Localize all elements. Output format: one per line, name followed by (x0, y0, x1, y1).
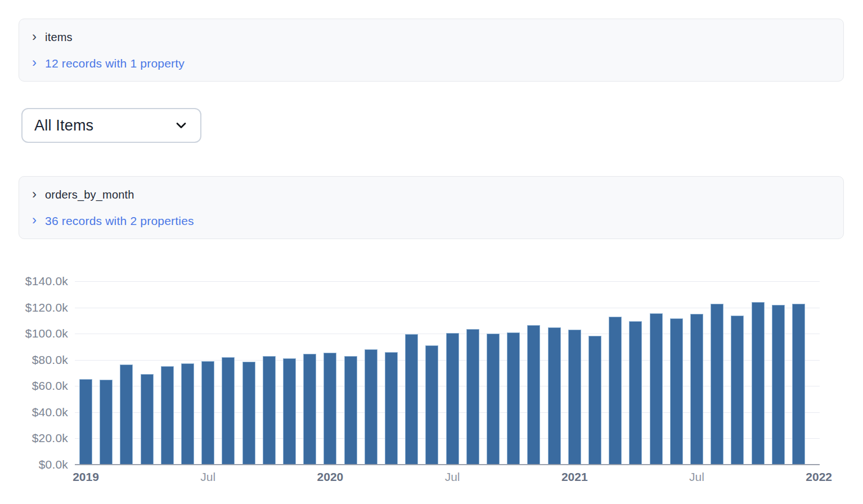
x-axis-tick-label: 2021 (541, 470, 608, 484)
bar-2021-07 (690, 314, 703, 465)
bar-2021-08 (711, 304, 723, 465)
bar-2019-10 (263, 356, 276, 465)
query-panel-items: › items › 12 records with 1 property (19, 19, 844, 82)
bar-2021-05 (650, 313, 663, 465)
bar-2019-09 (242, 362, 255, 465)
query-summary-link[interactable]: 12 records with 1 property (45, 57, 185, 70)
y-axis-tick-label: $40.0k (0, 406, 68, 419)
bar-2021-11 (772, 305, 785, 465)
bar-2021-06 (670, 318, 683, 465)
bar-2021-03 (609, 317, 622, 465)
orders-by-month-bar-chart: $0.0k$20.0k$40.0k$60.0k$80.0k$100.0k$120… (0, 274, 863, 494)
query-summary-toggle-orders-by-month[interactable]: › 36 records with 2 properties (32, 212, 194, 230)
y-axis-tick-label: $20.0k (0, 431, 68, 445)
query-panel-orders-by-month: › orders_by_month › 36 records with 2 pr… (19, 176, 844, 239)
bar-2021-09 (731, 316, 744, 465)
chevron-right-icon: › (32, 213, 37, 227)
x-axis-line (75, 464, 820, 465)
item-filter-dropdown[interactable]: All Items (21, 108, 201, 143)
bar-2020-10 (507, 332, 520, 465)
x-axis-tick-label: 2020 (296, 470, 364, 484)
y-axis-tick-label: $140.0k (0, 274, 68, 288)
bar-2019-11 (283, 358, 296, 465)
x-axis-tick-label: Jul (663, 470, 731, 484)
bar-2020-02 (344, 356, 357, 465)
query-summary-toggle-items[interactable]: › 12 records with 1 property (32, 54, 185, 73)
bar-2019-01 (79, 379, 92, 465)
bar-2021-10 (752, 302, 765, 465)
gridline (75, 281, 820, 282)
query-toggle-items[interactable]: › items (32, 28, 73, 47)
page: › items › 12 records with 1 property All… (0, 0, 863, 504)
chevron-down-icon (173, 118, 189, 133)
bar-2021-04 (629, 321, 642, 465)
bar-2019-06 (181, 363, 194, 465)
bar-2021-12 (792, 304, 805, 465)
bar-2020-07 (446, 333, 459, 465)
bar-2020-01 (323, 353, 336, 465)
y-axis-tick-label: $100.0k (0, 327, 68, 340)
bar-2020-04 (385, 352, 398, 465)
bar-2020-12 (548, 327, 561, 465)
y-axis-tick-label: $120.0k (0, 301, 68, 314)
bar-2020-09 (487, 334, 500, 465)
gridline (75, 308, 820, 308)
y-axis-tick-label: $0.0k (0, 458, 68, 471)
bar-2020-05 (405, 334, 418, 465)
bar-2019-05 (161, 366, 174, 465)
x-axis-tick-label: Jul (419, 470, 486, 484)
bar-2019-03 (120, 364, 133, 465)
chevron-right-icon: › (32, 30, 37, 43)
x-axis-tick-label: 2022 (785, 470, 853, 484)
bar-2019-02 (100, 380, 113, 465)
y-axis-tick-label: $80.0k (0, 353, 68, 367)
y-axis-tick-label: $60.0k (0, 379, 68, 393)
dropdown-selected-value: All Items (34, 117, 93, 134)
bar-2020-03 (365, 349, 377, 465)
chevron-right-icon: › (32, 187, 37, 201)
chevron-right-icon: › (32, 56, 37, 69)
bar-2020-06 (425, 345, 438, 465)
query-title: orders_by_month (45, 188, 134, 201)
bar-2019-12 (303, 354, 316, 465)
bar-2020-11 (527, 325, 540, 465)
x-axis-tick-label: Jul (174, 470, 242, 484)
x-axis-tick-label: 2019 (52, 470, 120, 484)
bar-2019-04 (141, 374, 154, 465)
query-toggle-orders-by-month[interactable]: › orders_by_month (32, 186, 134, 204)
bar-2020-08 (466, 329, 479, 465)
bar-2019-08 (222, 357, 235, 465)
bar-2019-07 (201, 361, 214, 465)
query-title: items (45, 31, 73, 44)
query-summary-link[interactable]: 36 records with 2 properties (45, 214, 194, 228)
bar-2021-02 (588, 336, 601, 465)
bar-2021-01 (568, 330, 581, 465)
